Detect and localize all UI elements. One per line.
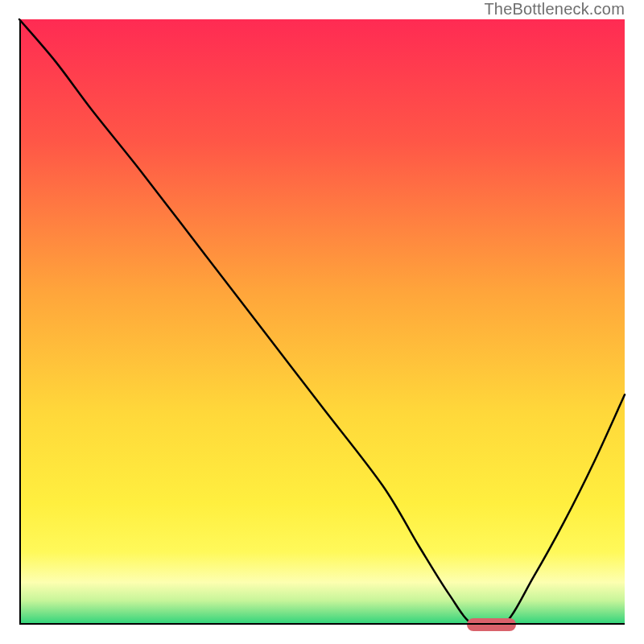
x-axis [19,623,625,625]
bottleneck-chart: TheBottleneck.com [0,0,644,644]
bottleneck-curve [19,19,625,630]
watermark-text: TheBottleneck.com [484,0,625,19]
curve-layer [19,19,625,625]
y-axis [19,19,21,625]
